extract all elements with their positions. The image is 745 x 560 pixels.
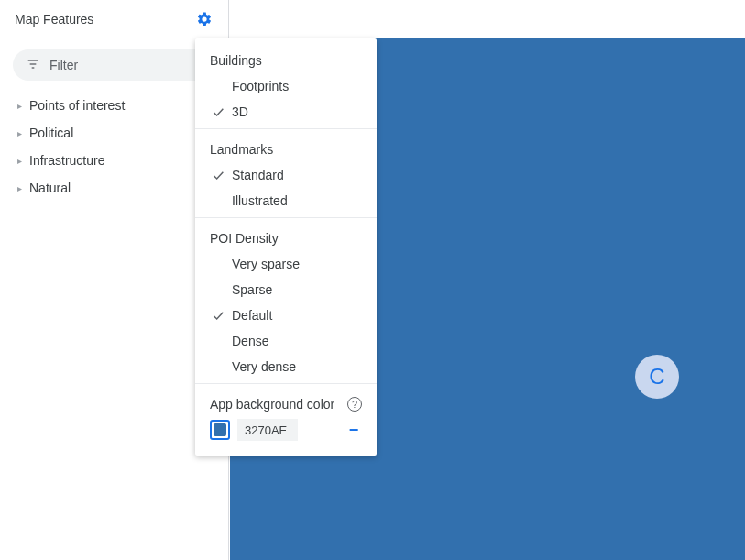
check-icon: [210, 308, 226, 323]
settings-popover: Buildings Footprints 3D Landmarks Standa…: [195, 38, 377, 456]
option-label: Illustrated: [232, 193, 362, 208]
section-heading-landmarks: Landmarks: [195, 133, 377, 162]
divider: [195, 128, 377, 129]
feature-tree: ▸ Points of interest ▸ Political ▸ Infra…: [0, 92, 228, 202]
option-label: Default: [232, 308, 362, 323]
option-label: Sparse: [232, 282, 362, 297]
color-hex-input[interactable]: [237, 419, 298, 441]
bg-color-heading-row: App background color ?: [195, 388, 377, 415]
remove-color-button[interactable]: −: [345, 422, 362, 438]
check-icon: [210, 168, 226, 182]
tree-item-label: Points of interest: [29, 98, 125, 113]
section-heading-buildings: Buildings: [195, 44, 377, 73]
gear-icon[interactable]: [192, 6, 217, 32]
option-label: Standard: [232, 168, 362, 182]
sidebar-header: Map Features: [0, 0, 228, 38]
tree-item-label: Natural: [29, 181, 71, 195]
divider: [195, 383, 377, 384]
caret-right-icon: ▸: [15, 101, 24, 111]
sidebar-title: Map Features: [15, 12, 192, 27]
filter-container: Filter: [0, 38, 228, 92]
color-swatch-inner: [214, 423, 226, 436]
bg-color-label: App background color: [210, 397, 342, 412]
option-label: 3D: [232, 104, 362, 119]
option-buildings-3d[interactable]: 3D: [195, 99, 377, 125]
option-label: Very sparse: [232, 257, 362, 271]
option-density-very-sparse[interactable]: Very sparse: [195, 251, 377, 277]
option-label: Footprints: [232, 79, 362, 93]
option-buildings-footprints[interactable]: Footprints: [195, 73, 377, 99]
filter-placeholder: Filter: [49, 58, 78, 72]
caret-right-icon: ▸: [15, 156, 24, 166]
divider: [195, 217, 377, 218]
bg-color-row: −: [195, 415, 377, 450]
color-swatch[interactable]: [210, 420, 230, 440]
option-label: Dense: [232, 334, 362, 348]
help-icon[interactable]: ?: [347, 397, 362, 412]
canvas-header-gap: [230, 0, 745, 38]
option-density-sparse[interactable]: Sparse: [195, 277, 377, 302]
option-landmarks-illustrated[interactable]: Illustrated: [195, 188, 377, 214]
tree-item-label: Political: [29, 126, 73, 140]
avatar[interactable]: C: [635, 355, 679, 399]
option-density-dense[interactable]: Dense: [195, 328, 377, 354]
option-density-very-dense[interactable]: Very dense: [195, 354, 377, 379]
avatar-letter: C: [649, 364, 664, 390]
filter-icon: [26, 57, 40, 74]
option-label: Very dense: [232, 359, 362, 374]
tree-item-label: Infrastructure: [29, 153, 104, 168]
filter-input[interactable]: Filter: [13, 49, 215, 81]
caret-right-icon: ▸: [15, 128, 24, 138]
option-landmarks-standard[interactable]: Standard: [195, 162, 377, 188]
caret-right-icon: ▸: [15, 183, 24, 193]
check-icon: [210, 104, 226, 119]
option-density-default[interactable]: Default: [195, 302, 377, 328]
section-heading-poi-density: POI Density: [195, 222, 377, 251]
